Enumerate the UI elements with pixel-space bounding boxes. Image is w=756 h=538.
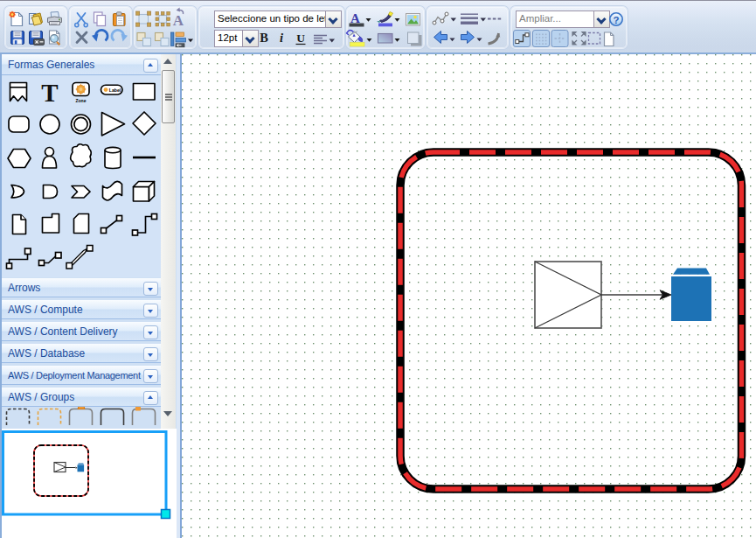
svg-text:U: U (296, 31, 305, 45)
svg-text:i: i (280, 31, 283, 45)
svg-text:A: A (173, 12, 184, 29)
svg-text:T: T (41, 79, 58, 107)
svg-text:A: A (350, 11, 360, 25)
svg-text:Zone: Zone (76, 98, 87, 103)
svg-text:?: ? (613, 15, 619, 25)
svg-text:B: B (260, 31, 268, 45)
svg-text:Label: Label (109, 87, 121, 93)
